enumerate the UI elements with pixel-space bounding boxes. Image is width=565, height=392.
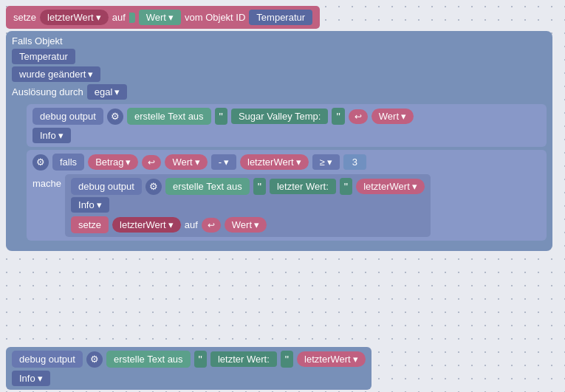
falls-objekt-label: Falls Objekt xyxy=(12,35,63,47)
mache-open-quote: " xyxy=(253,178,266,195)
auf-label: auf xyxy=(112,12,126,23)
debug-bottom-letzter-wert-dropdown[interactable]: letzterWert▾ xyxy=(297,351,366,367)
open-quote-1: " xyxy=(215,108,227,125)
debug-bottom-close-quote: " xyxy=(281,351,293,368)
wurde-geaendert-row: wurde geändert▾ xyxy=(12,66,547,82)
minus-op[interactable]: -▾ xyxy=(211,154,236,170)
wert-dropdown[interactable]: Wert▾ xyxy=(139,10,181,25)
debug-bottom-erstelle-block: erstelle Text aus xyxy=(106,351,191,368)
gear-icon-1: ⚙ xyxy=(107,109,123,125)
mache-inner: debug output ⚙ erstelle Text aus " letzt… xyxy=(65,174,431,237)
mache-arrow-connector: ↩ xyxy=(202,218,221,233)
setze-label: setze xyxy=(13,12,36,23)
object-id-block: Temperatur xyxy=(249,10,312,25)
mache-info-dropdown[interactable]: Info▾ xyxy=(71,197,109,213)
egal-dropdown[interactable]: egal▾ xyxy=(87,84,128,100)
info-dropdown-1[interactable]: Info▾ xyxy=(32,128,71,143)
mache-label: mache xyxy=(32,174,61,189)
mache-debug-block: debug output xyxy=(71,178,142,195)
mache-letzter-wert2-dropdown[interactable]: letzterWert▾ xyxy=(112,217,181,233)
debug-bottom-block: debug output xyxy=(12,351,83,368)
debug-bottom-string-val[interactable]: letzter Wert: xyxy=(210,351,277,367)
ausloesung-label: Auslösung durch xyxy=(12,86,83,97)
arrow-wert-falls: ↩ xyxy=(142,155,161,170)
string-val-1[interactable]: Sugar Valley Temp: xyxy=(231,109,329,124)
info-row-1: Info▾ xyxy=(32,128,541,143)
num-3-block[interactable]: 3 xyxy=(343,154,366,170)
wurde-geaendert-dropdown[interactable]: wurde geändert▾ xyxy=(12,66,100,82)
falls-block: falls xyxy=(52,154,84,171)
ausloesung-row: Auslösung durch egal▾ xyxy=(12,84,547,100)
gte-op[interactable]: ≥▾ xyxy=(312,154,340,170)
betrag-dropdown[interactable]: Betrag▾ xyxy=(88,154,138,170)
debug-output-block-1: debug output xyxy=(32,108,103,125)
wert-falls-dropdown[interactable]: Wert▾ xyxy=(165,154,207,170)
mache-info-row: Info▾ xyxy=(71,197,425,213)
falls-objekt-container: Falls Objekt Temperatur wurde geändert▾ … xyxy=(6,31,552,251)
mache-setze-row: setze letzterWert▾ auf ↩ Wert▾ xyxy=(71,216,425,233)
debug-row-1: debug output ⚙ erstelle Text aus " Sugar… xyxy=(32,108,541,125)
mache-container: mache debug output ⚙ erstelle Text aus "… xyxy=(32,174,541,237)
gear-icon-falls: ⚙ xyxy=(32,154,49,171)
temperatur-row: Temperatur xyxy=(12,49,547,64)
falls-inner-container: ⚙ falls Betrag▾ ↩ Wert▾ -▾ letzterWert▾ xyxy=(27,150,547,241)
debug-bottom-container: debug output ⚙ erstelle Text aus " letzt… xyxy=(6,347,371,390)
temperatur-block: Temperatur xyxy=(12,49,75,64)
mache-debug-row: debug output ⚙ erstelle Text aus " letzt… xyxy=(71,178,425,195)
mache-setze-block: setze xyxy=(71,216,109,233)
debug-bottom-open-quote: " xyxy=(194,351,207,368)
falls-objekt-label-row: Falls Objekt xyxy=(12,35,547,47)
erstelle-text-block-1: erstelle Text aus xyxy=(127,108,211,125)
wert-dropdown-1[interactable]: Wert▾ xyxy=(371,109,414,124)
wert-connector xyxy=(129,13,135,23)
debug-bottom-info-row: Info▾ xyxy=(12,371,366,386)
letzter-wert-falls-dropdown[interactable]: letzterWert▾ xyxy=(240,154,309,170)
mache-letzter-wert-dropdown[interactable]: letzterWert▾ xyxy=(356,179,425,194)
mache-string-val[interactable]: letzter Wert: xyxy=(270,179,336,194)
close-quote-1: " xyxy=(332,108,344,125)
letzter-wert-dropdown[interactable]: letzterWert▾ xyxy=(40,10,109,25)
debug-bottom-row: debug output ⚙ erstelle Text aus " letzt… xyxy=(12,351,366,368)
debug-bottom-info-dropdown[interactable]: Info▾ xyxy=(12,371,50,386)
falls-row: ⚙ falls Betrag▾ ↩ Wert▾ -▾ letzterWert▾ xyxy=(32,154,541,171)
mache-close-quote: " xyxy=(340,178,352,195)
mache-wert-dropdown[interactable]: Wert▾ xyxy=(225,217,267,233)
gear-icon-mache: ⚙ xyxy=(145,179,162,195)
mache-auf-label: auf xyxy=(185,219,198,230)
gear-icon-bottom: ⚙ xyxy=(86,351,103,368)
debug-output-container-1: debug output ⚙ erstelle Text aus " Sugar… xyxy=(27,104,547,147)
vom-label: vom Objekt ID xyxy=(185,12,245,23)
top-set-block: setze letzterWert▾ auf Wert▾ vom Objekt … xyxy=(6,6,320,29)
mache-erstelle-block: erstelle Text aus xyxy=(165,178,250,195)
arrow-connector-1: ↩ xyxy=(349,109,368,124)
